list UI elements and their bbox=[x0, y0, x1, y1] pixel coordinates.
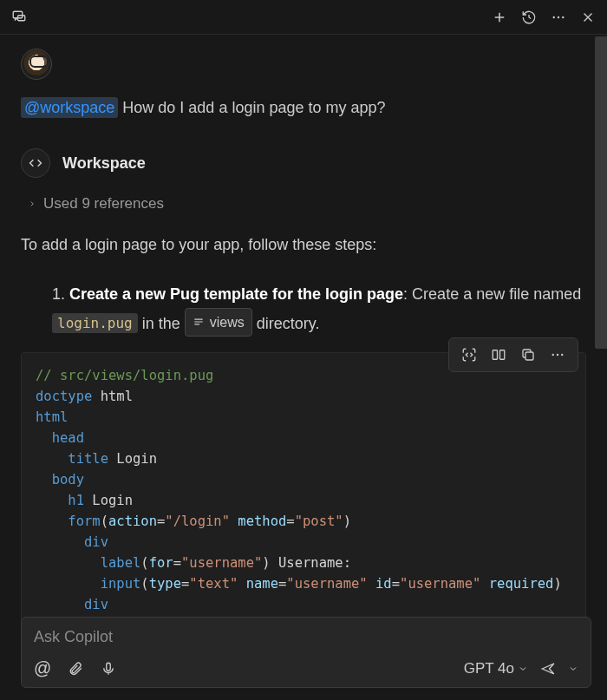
user-prompt: @workspace How do I add a login page to … bbox=[21, 99, 586, 117]
titlebar-right bbox=[491, 9, 597, 26]
svg-point-2 bbox=[553, 16, 555, 17]
agent-name: Workspace bbox=[62, 154, 146, 173]
model-name: GPT 4o bbox=[464, 660, 514, 677]
svg-rect-6 bbox=[500, 350, 505, 360]
svg-point-4 bbox=[562, 16, 564, 17]
mic-icon[interactable] bbox=[100, 660, 117, 677]
user-avatar bbox=[21, 49, 52, 80]
code-content: // src/views/login.pug doctype html html… bbox=[22, 353, 585, 642]
step-list: 1. Create a new Pug template for the log… bbox=[21, 281, 586, 337]
chat-input[interactable]: Ask Copilot @ GPT 4o bbox=[21, 617, 591, 688]
svg-rect-7 bbox=[525, 352, 533, 360]
history-icon[interactable] bbox=[520, 9, 538, 26]
response-intro: To add a login page to your app, follow … bbox=[21, 233, 586, 257]
scrollbar[interactable] bbox=[595, 36, 607, 349]
references-label: Used 9 references bbox=[43, 195, 164, 213]
svg-rect-5 bbox=[493, 350, 497, 360]
references-toggle[interactable]: Used 9 references bbox=[21, 195, 586, 213]
titlebar-left bbox=[10, 9, 28, 26]
agent-badge-icon bbox=[21, 148, 50, 178]
titlebar bbox=[0, 0, 607, 35]
input-toolbar: @ GPT 4o bbox=[34, 658, 578, 678]
views-directory-button[interactable]: views bbox=[185, 308, 252, 337]
attach-icon[interactable] bbox=[67, 660, 84, 677]
svg-point-9 bbox=[557, 354, 558, 356]
chevron-down-icon bbox=[518, 664, 528, 674]
mention-button[interactable]: @ bbox=[34, 658, 51, 678]
send-dropdown-icon[interactable] bbox=[568, 664, 578, 674]
svg-point-8 bbox=[552, 354, 554, 356]
input-placeholder: Ask Copilot bbox=[34, 628, 578, 646]
svg-point-10 bbox=[561, 354, 563, 356]
copy-icon[interactable] bbox=[519, 345, 538, 364]
prompt-text: How do I add a login page to my app? bbox=[118, 99, 385, 116]
insert-at-cursor-icon[interactable] bbox=[489, 345, 508, 364]
step-title: Create a new Pug template for the login … bbox=[69, 285, 403, 303]
close-icon[interactable] bbox=[579, 9, 597, 26]
step-1: 1. Create a new Pug template for the log… bbox=[52, 281, 586, 337]
more-icon[interactable] bbox=[550, 9, 567, 26]
workspace-mention[interactable]: @workspace bbox=[21, 97, 118, 118]
svg-rect-11 bbox=[107, 663, 111, 671]
code-toolbar bbox=[448, 337, 578, 372]
svg-point-3 bbox=[558, 16, 559, 17]
chat-icon[interactable] bbox=[10, 9, 28, 26]
plus-icon[interactable] bbox=[491, 9, 508, 26]
send-icon[interactable] bbox=[537, 660, 559, 677]
file-login-pug: login.pug bbox=[52, 313, 138, 333]
chevron-right-icon bbox=[28, 198, 36, 210]
apply-in-editor-icon[interactable] bbox=[460, 345, 479, 364]
model-picker[interactable]: GPT 4o bbox=[464, 660, 528, 677]
chat-area: @workspace How do I add a login page to … bbox=[0, 35, 607, 642]
code-block: // src/views/login.pug doctype html html… bbox=[21, 352, 586, 642]
code-more-icon[interactable] bbox=[548, 345, 567, 364]
response-header: Workspace bbox=[21, 148, 586, 178]
